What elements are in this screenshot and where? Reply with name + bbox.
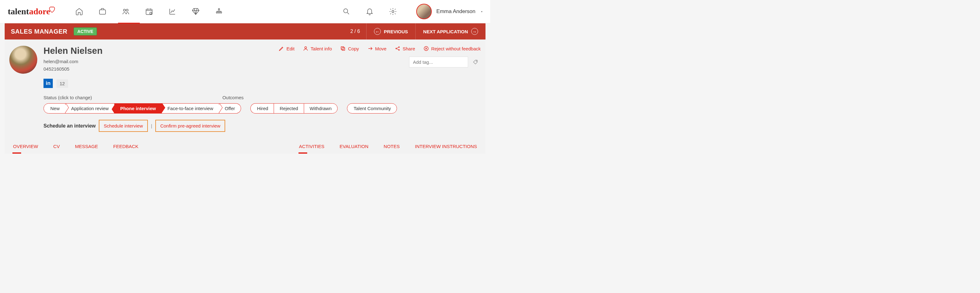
diamond-icon[interactable] [191,7,200,16]
position-title: SALES MANAGER [5,28,74,35]
status-pills: New Application review Phone interview F… [43,103,241,114]
add-tag-button[interactable] [470,57,481,67]
org-icon[interactable] [214,7,224,16]
reject-icon [423,46,429,51]
confirm-interview-button[interactable]: Confirm pre-agreed interview [155,120,225,132]
status-badge: ACTIVE [74,27,97,35]
svg-point-14 [396,48,397,49]
svg-point-16 [399,50,399,50]
tab-overview[interactable]: OVERVIEW [13,141,39,154]
svg-point-4 [150,12,152,14]
logo-part1: talent [8,6,29,16]
share-button[interactable]: Share [395,46,415,51]
outcome-rejected[interactable]: Rejected [274,103,304,114]
search-icon[interactable] [342,7,351,16]
svg-rect-3 [146,9,153,14]
svg-point-5 [218,8,220,10]
user-avatar [416,4,432,19]
reject-button[interactable]: Reject without feedback [423,46,480,51]
stage-phone[interactable]: Phone interview [115,103,162,114]
arrow-right-icon: → [471,28,478,35]
svg-rect-12 [342,48,345,50]
candidate-email: helen@mail.com [43,58,102,65]
topbar: talentadore Emma Anderson ▾ [0,0,490,23]
schedule-label: Schedule an interview [43,123,95,129]
tab-message[interactable]: MESSAGE [74,141,99,154]
user-menu[interactable]: Emma Anderson ▾ [416,4,482,19]
gear-icon[interactable] [388,7,398,16]
pencil-icon [278,46,284,51]
people-icon[interactable] [121,7,130,16]
arrow-left-icon: ← [374,28,381,35]
candidate-avatar [9,46,37,74]
tab-cv[interactable]: CV [53,141,60,154]
tabs: OVERVIEW CV MESSAGE FEEDBACK ACTIVITIES … [9,141,481,154]
stage-new[interactable]: New [43,103,65,114]
linkedin-icon[interactable]: in [43,79,53,88]
tab-activities[interactable]: ACTIVITIES [299,141,325,154]
outcome-hired[interactable]: Hired [250,103,274,114]
svg-point-2 [126,9,128,11]
talent-info-button[interactable]: Talent info [303,46,332,51]
svg-point-10 [392,11,394,13]
outcome-talent-community[interactable]: Talent Community [347,103,397,114]
previous-button[interactable]: ← PREVIOUS [366,23,415,40]
previous-label: PREVIOUS [384,29,408,34]
briefcase-icon[interactable] [98,7,107,16]
move-button[interactable]: Move [368,46,387,51]
nav-icons [75,7,224,16]
linkedin-count: 12 [57,79,68,88]
stage-f2f[interactable]: Face-to-face interview [162,103,219,114]
svg-rect-13 [341,46,344,50]
stage-app-review[interactable]: Application review [65,103,115,114]
svg-point-15 [399,46,399,48]
outcomes-pills: Hired Rejected Withdrawn [250,103,338,114]
heart-icon [48,6,56,13]
copy-icon [340,46,346,51]
svg-point-8 [218,12,220,13]
next-label: NEXT APPLICATION [423,29,468,34]
move-icon [368,46,373,51]
logo[interactable]: talentadore [8,6,56,16]
tag-icon [473,59,478,65]
tag-input[interactable] [409,57,468,67]
share-icon [395,46,400,51]
tab-notes[interactable]: NOTES [383,141,400,154]
schedule-interview-button[interactable]: Schedule interview [99,120,148,132]
svg-point-9 [344,9,348,13]
copy-button[interactable]: Copy [340,46,359,51]
logo-part2: adore [29,6,50,16]
edit-button[interactable]: Edit [278,46,294,51]
page-header: SALES MANAGER ACTIVE 2 / 6 ← PREVIOUS NE… [5,23,485,40]
person-icon [303,46,309,51]
svg-point-6 [216,12,218,13]
svg-point-1 [124,9,126,11]
outcomes-label: Outcomes [223,95,243,100]
candidate-name: Helen Nielsen [43,46,102,56]
caret-down-icon: ▾ [481,10,482,13]
bell-icon[interactable] [365,7,374,16]
action-links: Edit Talent info Copy Move Share [278,46,480,51]
svg-point-11 [305,46,307,48]
calendar-icon[interactable] [145,7,154,16]
stage-offer[interactable]: Offer [219,103,241,114]
home-icon[interactable] [75,7,84,16]
username: Emma Anderson [436,8,476,14]
svg-point-7 [221,12,222,13]
chart-icon[interactable] [168,7,177,16]
tab-interview-instructions[interactable]: INTERVIEW INSTRUCTIONS [414,141,478,154]
status-label: Status (click to change) [43,95,92,100]
candidate-phone: 0452160505 [43,65,102,73]
talent-community-pill-group: Talent Community [347,103,397,114]
next-button[interactable]: NEXT APPLICATION → [415,23,485,40]
tab-feedback[interactable]: FEEDBACK [113,141,139,154]
divider: | [151,123,152,128]
tab-evaluation[interactable]: EVALUATION [339,141,369,154]
content-area: Helen Nielsen helen@mail.com 0452160505 … [5,40,485,154]
svg-rect-0 [100,10,106,14]
pagination-counter: 2 / 6 [350,29,360,34]
outcome-withdrawn[interactable]: Withdrawn [304,103,338,114]
right-icons [342,7,398,16]
svg-point-18 [476,61,476,61]
